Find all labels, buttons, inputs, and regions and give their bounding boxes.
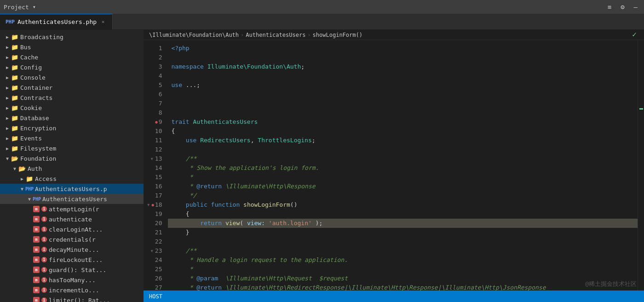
code-line-9: trait AuthenticatesUsers [168,117,638,127]
tab-bar: PHP AuthenticatesUsers.php × [0,14,644,30]
sidebar-item-bus[interactable]: ▶ 📁 Bus [0,42,144,52]
chevron-right-icon: ▶ [4,35,11,40]
chevron-right-icon: ▶ [18,176,26,181]
fold-indicator[interactable]: ▼ [150,154,153,163]
settings-icon[interactable]: ⚙ [618,2,627,12]
minimize-icon[interactable]: — [631,2,640,12]
sidebar-item-access[interactable]: ▶ 📁 Access [0,174,144,184]
sidebar-item-contracts[interactable]: ▶ 📁 Contracts [0,93,144,103]
line-number-14: 14 [144,163,168,173]
sidebar-item-cache[interactable]: ▶ 📁 Cache [0,52,144,62]
php-file-icon: PHP [33,195,40,203]
sidebar-method-credentials[interactable]: m1credentials(r [0,234,144,244]
line-number-7: 7 [144,99,168,108]
method-badge: 1 [41,277,47,283]
project-dropdown-icon[interactable]: ▾ [33,4,36,10]
code-line-20: return view( view: 'auth.login' ); [168,219,638,228]
sidebar-method-incrementLo[interactable]: m1incrementLo... [0,285,144,295]
line-numbers: 12345678●9101112▼1314151617▼●1819202122▼… [144,44,168,290]
fold-indicator[interactable]: ▼ [150,246,153,256]
code-line-16: * @return \Illuminate\Http\Response [168,182,638,191]
tab-filename: AuthenticatesUsers.php [17,18,97,25]
sidebar-method-guard[interactable]: m1guard(): Stat... [0,265,144,275]
fold-indicator[interactable]: ▼ [147,200,150,209]
code-line-24: * Handle a login request to the applicat… [168,256,638,265]
title-bar: Project ▾ ≡ ⚙ — [0,0,644,14]
line-number-11: 11 [144,136,168,145]
code-area: \Illuminate\Foundation\Auth › Authentica… [144,30,644,302]
method-label: incrementLo... [49,287,99,294]
tab-authenticatesusers[interactable]: PHP AuthenticatesUsers.php × [0,14,113,29]
sidebar-item-authenticatesusers-file[interactable]: ▼ PHP AuthenticatesUsers.p [0,184,144,194]
sidebar-method-fireLockoutE[interactable]: m1fireLockoutE... [0,255,144,265]
chevron-right-icon: ▶ [4,55,11,60]
sidebar-item-filesystem[interactable]: ▶ 📁 Filesystem [0,143,144,153]
sidebar-method-hasTooMany[interactable]: m1hasTooMany... [0,275,144,285]
method-icon: m [33,267,40,273]
sidebar-method-authenticate[interactable]: m1authenticate [0,214,144,224]
code-content[interactable]: <?php namespace Illuminate\Foundation\Au… [168,40,638,290]
line-number-18: ▼●18 [144,200,168,209]
code-line-3: namespace Illuminate\Foundation\Auth; [168,62,638,71]
sidebar-method-limiter[interactable]: m1limiter(): Rat... [0,295,144,302]
method-label: attemptLogin(r [49,206,99,213]
line-number-15: 15 [144,173,168,182]
line-number-9: ●9 [144,117,168,127]
line-number-25: 25 [144,265,168,274]
tab-close-button[interactable]: × [99,18,107,26]
sidebar-method-attemptLogin[interactable]: m1attemptLogin(r [0,204,144,214]
method-icon: m [33,206,40,212]
line-number-12: 12 [144,145,168,154]
code-line-21: } [168,228,638,237]
method-icon: m [33,277,40,283]
line-number-1: 1 [144,44,168,53]
line-number-6: 6 [144,90,168,99]
menu-icon[interactable]: ≡ [605,2,614,12]
chevron-right-icon: ▶ [4,105,11,110]
folder-icon: 📁 [11,124,18,132]
method-badge: 1 [41,206,47,212]
line-number-20: 20 [144,219,168,228]
line-number-8: 8 [144,108,168,117]
line-number-4: 4 [144,71,168,81]
sidebar-item-container[interactable]: ▶ 📁 Container [0,82,144,93]
code-line-25: * [168,265,638,274]
method-badge: 1 [41,226,47,232]
folder-icon: 📁 [11,53,18,61]
folder-icon: 📁 [11,134,18,142]
sidebar-item-console[interactable]: ▶ 📁 Console [0,72,144,82]
method-label: hasTooMany... [49,277,96,284]
code-line-2 [168,53,638,62]
method-icon: m [33,236,40,243]
chevron-right-icon: ▶ [4,116,11,121]
breakpoint-indicator: ● [151,200,154,209]
sidebar-method-decayMinutes[interactable]: m1decayMinute... [0,244,144,255]
method-icon: m [33,216,40,222]
chevron-down-icon: ▼ [4,156,11,161]
sidebar-item-database[interactable]: ▶ 📁 Database [0,113,144,123]
sidebar-item-cookie[interactable]: ▶ 📁 Cookie [0,103,144,113]
chevron-right-icon: ▶ [4,45,11,50]
code-line-6 [168,90,638,99]
code-line-18: public function showLoginForm() [168,200,638,209]
breadcrumb-part-2: AuthenticatesUsers [246,32,305,38]
method-icon: m [33,297,40,302]
sidebar-method-clearLoginAt[interactable]: m1clearLoginAt... [0,224,144,234]
code-line-1: <?php [168,44,638,53]
method-badge: 1 [41,216,47,222]
sidebar-item-foundation[interactable]: ▼ 📂 Foundation [0,153,144,163]
sidebar-item-config[interactable]: ▶ 📁 Config [0,62,144,72]
sidebar-item-auth[interactable]: ▼ 📂 Auth [0,163,144,174]
method-label: clearLoginAt... [49,226,103,233]
method-badge: 1 [41,247,47,252]
sidebar-item-broadcasting[interactable]: ▶ 📁 Broadcasting [0,32,144,42]
check-mark-icon: ✓ [632,30,637,39]
sidebar-item-encryption[interactable]: ▶ 📁 Encryption [0,123,144,133]
method-badge: 1 [41,237,47,242]
method-label: limiter(): Rat... [49,297,110,302]
project-label[interactable]: Project [4,4,29,11]
method-label: decayMinute... [49,246,99,253]
sidebar-item-events[interactable]: ▶ 📁 Events [0,133,144,143]
line-number-10: 10 [144,127,168,136]
sidebar-item-authenticatesusers-trait[interactable]: ▼ PHP AuthenticatesUsers [0,194,144,204]
